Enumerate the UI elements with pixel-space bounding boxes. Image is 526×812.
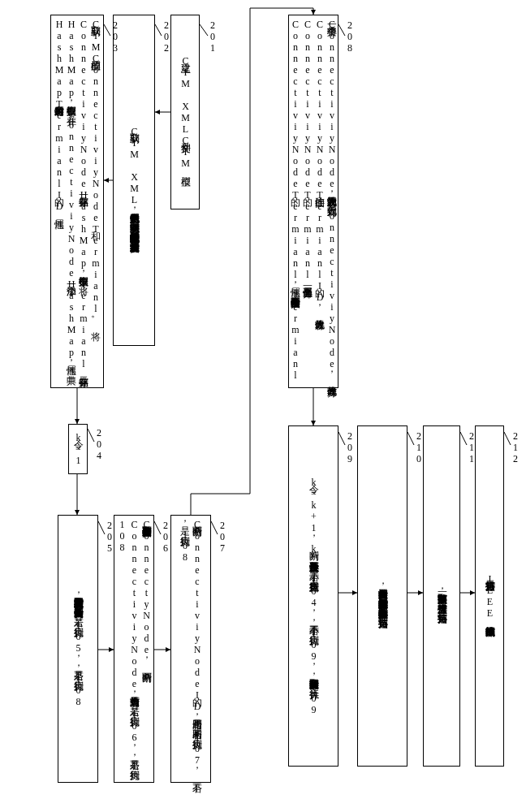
- step-207-text: 判断两个ConnectiviyNode的ID是否相同，若不相同，则执行107，若…: [179, 519, 203, 779]
- step-208-text: 将其中一个ConnectiviyNode的状态设置为无效，得到无效Connect…: [289, 19, 338, 384]
- step-202: 获取到CIM XML文件所包含的电力系统数据，并同时获取潮流状态文件，根据潮流状…: [113, 15, 155, 346]
- step-207: 判断两个ConnectiviyNode的ID是否相同，若不相同，则执行107，若…: [170, 515, 211, 783]
- step-211: 获取到第一拓扑节点中的孤立节点，对孤立节点进行去掉操作，得到第二拓扑节点: [423, 425, 460, 767]
- step-206-text: 获取到与闭合开关设备连接的两个ConnectyNode，判断两个Connecti…: [116, 519, 153, 779]
- step-210: 根据合并后的闭合开关设备状态，在删除与合并后的闭合开关设备连接的非开关设备在线运…: [357, 425, 407, 767]
- step-203-text: 获取到CIM模型的ConnectiviyNode和Termianl。将Conne…: [53, 19, 101, 384]
- step-212-text: 对第二拓扑节点进行IEEE格式的潮流数据输出操作: [484, 573, 496, 619]
- step-212: 对第二拓扑节点进行IEEE格式的潮流数据输出操作: [475, 425, 504, 767]
- step-210-text: 根据合并后的闭合开关设备状态，在删除与合并后的闭合开关设备连接的非开关设备在线运…: [377, 581, 389, 611]
- step-209-num: 209: [343, 430, 356, 464]
- step-201: 建立CIM XML文件和CIM模型: [170, 15, 200, 209]
- step-211-text: 获取到第一拓扑节点中的孤立节点，对孤立节点进行去掉操作，得到第二拓扑节点: [436, 586, 448, 606]
- step-204: 令k=1: [68, 424, 88, 474]
- step-202-num: 202: [160, 19, 172, 54]
- step-204-text: 令k=1: [72, 432, 84, 466]
- step-209: 令k=k+1，判断k是否小于预置开关设备总数，若小于，则重新执行104，若不小于…: [288, 425, 338, 767]
- step-207-num: 207: [216, 520, 228, 554]
- step-209-text: 令k=k+1，判断k是否小于预置开关设备总数，若小于，则重新执行104，若不小于…: [308, 477, 320, 715]
- step-208-num: 208: [343, 19, 356, 54]
- step-212-num: 212: [509, 430, 521, 464]
- step-206: 获取到与闭合开关设备连接的两个ConnectyNode，判断两个Connecti…: [114, 515, 154, 783]
- step-202-text: 获取到CIM XML文件所包含的电力系统数据，并同时获取潮流状态文件，根据潮流状…: [128, 126, 140, 235]
- step-205-text: 获取到与修正后的开关设备状态变量对应的开关设备，判断开关设备是否为闭合开关设备，…: [72, 590, 84, 707]
- step-203-num: 203: [109, 19, 121, 54]
- step-201-text: 建立CIM XML文件和CIM模型: [179, 55, 192, 169]
- step-205: 获取到与修正后的开关设备状态变量对应的开关设备，判断开关设备是否为闭合开关设备，…: [58, 515, 98, 783]
- step-204-num: 204: [93, 427, 105, 461]
- step-201-num: 201: [206, 19, 218, 54]
- step-203: 获取到CIM模型的ConnectiviyNode和Termianl。将Conne…: [50, 15, 104, 388]
- step-208: 将其中一个ConnectiviyNode的状态设置为无效，得到无效Connect…: [288, 15, 338, 388]
- step-206-num: 206: [159, 520, 171, 554]
